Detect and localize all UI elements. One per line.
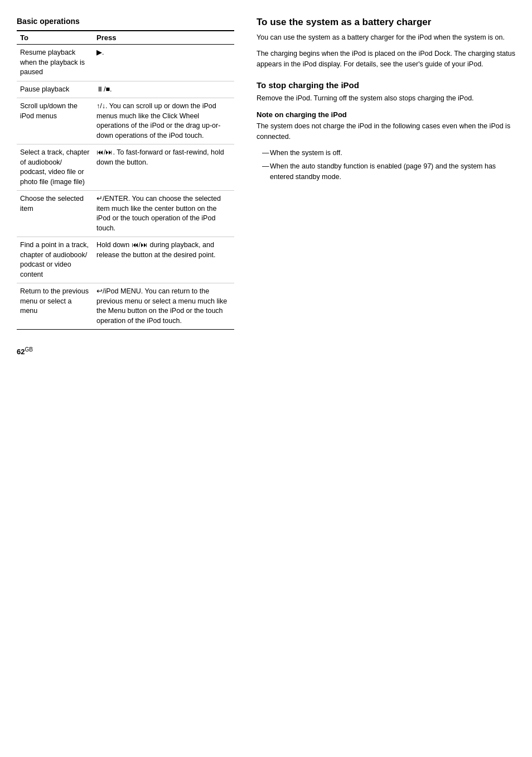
stop-charging-para: Remove the iPod. Turning off the system … xyxy=(257,93,515,104)
page-number: 62GB xyxy=(17,346,234,356)
stop-charging-title: To stop charging the iPod xyxy=(257,80,515,90)
battery-charger-title: To use the system as a battery charger xyxy=(257,17,515,28)
table-cell-to: Find a point in a track, chapter of audi… xyxy=(17,237,93,283)
left-column: Basic operations To Press Resume playbac… xyxy=(17,17,234,356)
table-cell-to: Scroll up/down the iPod menus xyxy=(17,98,93,144)
table-row: Scroll up/down the iPod menus↑/↓. You ca… xyxy=(17,98,234,144)
table-cell-to: Choose the selected item xyxy=(17,191,93,237)
table-cell-to: Pause playback xyxy=(17,81,93,98)
basic-operations-table: To Press Resume playback when the playba… xyxy=(17,30,234,330)
table-cell-to: Resume playback when the playback is pau… xyxy=(17,45,93,81)
table-cell-press: ⏸/■. xyxy=(93,81,234,98)
table-cell-press: ⏮/⏭. To fast-forward or fast-rewind, hol… xyxy=(93,144,234,191)
battery-charger-para2: The charging begins when the iPod is pla… xyxy=(257,49,515,70)
table-cell-press: ↩/iPod MENU. You can return to the previ… xyxy=(93,283,234,330)
table-header-press: Press xyxy=(93,31,234,45)
table-row: Return to the previous menu or select a … xyxy=(17,283,234,330)
table-row: Resume playback when the playback is pau… xyxy=(17,45,234,81)
table-cell-press: ▶. xyxy=(93,45,234,81)
table-cell-to: Select a track, chapter of audiobook/ po… xyxy=(17,144,93,191)
table-cell-press: ↵/ENTER. You can choose the selected ite… xyxy=(93,191,234,237)
table-cell-press: Hold down ⏮/⏭ during playback, and relea… xyxy=(93,237,234,283)
table-cell-to: Return to the previous menu or select a … xyxy=(17,283,93,330)
table-row: Find a point in a track, chapter of audi… xyxy=(17,237,234,283)
list-item: When the system is off. xyxy=(262,148,515,158)
note-title: Note on charging the iPod xyxy=(257,110,515,119)
table-row: Choose the selected item↵/ENTER. You can… xyxy=(17,191,234,237)
list-item: When the auto standby function is enable… xyxy=(262,161,515,182)
table-header-to: To xyxy=(17,31,93,45)
table-row: Pause playback⏸/■. xyxy=(17,81,234,98)
table-cell-press: ↑/↓. You can scroll up or down the iPod … xyxy=(93,98,234,144)
battery-charger-para1: You can use the system as a battery char… xyxy=(257,32,515,43)
note-intro: The system does not charge the iPod in t… xyxy=(257,121,515,142)
bullet-list: When the system is off.When the auto sta… xyxy=(257,148,515,182)
table-row: Select a track, chapter of audiobook/ po… xyxy=(17,144,234,191)
right-column: To use the system as a battery charger Y… xyxy=(251,17,515,356)
basic-operations-title: Basic operations xyxy=(17,17,234,26)
